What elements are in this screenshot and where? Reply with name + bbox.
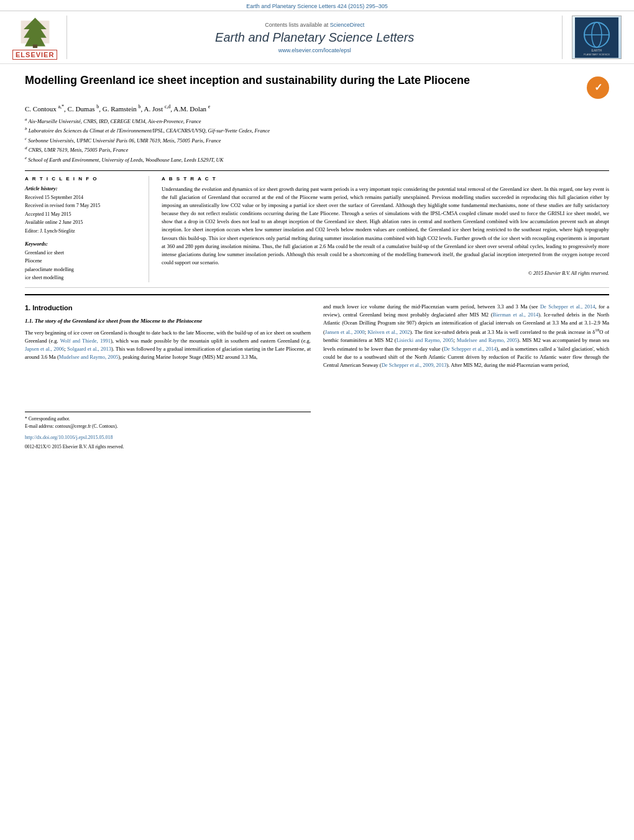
- ref-solgaard[interactable]: Solgaard et al., 2013: [67, 346, 111, 352]
- affiliations: a Aix-Marseille Université, CNRS, IRD, C…: [25, 116, 609, 164]
- svg-text:EARTH: EARTH: [592, 48, 602, 52]
- vertical-divider: [67, 16, 67, 59]
- footer-copyright: 0012-821X/© 2015 Elsevier B.V. All right…: [25, 443, 311, 451]
- article-info-column: A R T I C L E I N F O Article history: R…: [25, 176, 149, 282]
- footer-notes: * Corresponding author. E-mail address: …: [25, 412, 311, 451]
- contents-line: Contents lists available at ScienceDirec…: [76, 22, 553, 28]
- article-dates: Received 15 September 2014 Received in r…: [25, 193, 141, 236]
- body-right-column: and much lower ice volume during the mid…: [323, 303, 609, 451]
- keyword-4: ice sheet modelling: [25, 274, 141, 282]
- received-date: Received 15 September 2014: [25, 193, 141, 202]
- abstract-column: A B S T R A C T Understanding the evolut…: [162, 176, 609, 282]
- ref-bierman[interactable]: Bierman et al., 2014: [493, 312, 539, 318]
- ref-mudelsee[interactable]: Mudelsee and Raymo, 2005: [59, 354, 118, 360]
- journal-logo: EARTH PLANETARY SCIENCE: [572, 16, 622, 59]
- header-center: Contents lists available at ScienceDirec…: [76, 22, 553, 53]
- elsevier-wordmark: ELSEVIER: [12, 50, 57, 60]
- doi-link[interactable]: http://dx.doi.org/10.1016/j.epsl.2015.05…: [25, 435, 113, 440]
- vertical-divider-2: [562, 16, 563, 59]
- corresponding-note: * Corresponding author.: [25, 415, 311, 423]
- ref-deschepper-2014b[interactable]: De Schepper et al., 2014: [444, 346, 497, 352]
- doi-line: http://dx.doi.org/10.1016/j.epsl.2015.05…: [25, 433, 311, 441]
- article-title: Modelling Greenland ice sheet inception …: [25, 73, 587, 88]
- keywords-section: Keywords: Greenland ice sheet Pliocene p…: [25, 241, 141, 282]
- svg-text:PLANETARY SCIENCE: PLANETARY SCIENCE: [584, 53, 610, 56]
- header: ELSEVIER Contents lists available at Sci…: [0, 11, 634, 64]
- ref-lisiecki[interactable]: Lisiecki and Raymo, 2005: [397, 337, 454, 343]
- section-1-heading: 1. Introduction: [25, 303, 311, 313]
- sciencedirect-link[interactable]: ScienceDirect: [330, 22, 365, 28]
- top-bar: Earth and Planetary Science Letters 424 …: [0, 0, 634, 11]
- svg-rect-2: [33, 45, 37, 48]
- body-divider: [25, 294, 609, 295]
- keyword-list: Greenland ice sheet Pliocene palaeoclima…: [25, 249, 141, 282]
- email-note: E-mail address: contoux@cerege.fr (C. Co…: [25, 423, 311, 430]
- keywords-label: Keywords:: [25, 241, 141, 247]
- ref-kleiven[interactable]: Kleiven et al., 2002: [367, 329, 410, 335]
- article-title-container: Modelling Greenland ice sheet inception …: [25, 73, 609, 99]
- abstract-text: Understanding the evolution and dynamics…: [162, 185, 609, 267]
- journal-logo-icon: EARTH PLANETARY SCIENCE: [575, 17, 618, 58]
- affiliation-d: d CNRS, UMR 7619, Metis, 75005 Paris, Fr…: [25, 145, 609, 154]
- body-paragraph-right: and much lower ice volume during the mid…: [323, 303, 609, 369]
- ref-jansen[interactable]: Jansen et al., 2000: [325, 329, 365, 335]
- revised-date: Received in revised form 7 May 2015: [25, 201, 141, 210]
- journal-reference: Earth and Planetary Science Letters 424 …: [246, 3, 388, 9]
- accepted-date: Accepted 11 May 2015: [25, 210, 141, 219]
- page: Earth and Planetary Science Letters 424 …: [0, 0, 634, 840]
- editor-line: Editor: J. Lynch-Stieglitz: [25, 227, 141, 236]
- body-left-column: 1. Introduction 1.1. The story of the Gr…: [25, 303, 311, 451]
- footer-note: * Corresponding author. E-mail address: …: [25, 412, 311, 430]
- ref-japsen[interactable]: Japsen et al., 2006: [25, 346, 64, 352]
- article-info-title: A R T I C L E I N F O: [25, 176, 141, 182]
- keyword-3: palaeoclimate modelling: [25, 265, 141, 274]
- copyright-line: © 2015 Elsevier B.V. All rights reserved…: [162, 270, 609, 276]
- affiliation-e: e School of Earth and Environment, Unive…: [25, 155, 609, 164]
- ref-deschepper-2009[interactable]: De Schepper et al., 2009, 2013: [382, 362, 447, 368]
- elsevier-tree-icon: [18, 15, 52, 49]
- main-content: Modelling Greenland ice sheet inception …: [0, 64, 634, 457]
- keyword-1: Greenland ice sheet: [25, 249, 141, 257]
- abstract-title: A B S T R A C T: [162, 176, 609, 182]
- body-text: 1. Introduction 1.1. The story of the Gr…: [25, 303, 609, 451]
- journal-url[interactable]: www.elsevier.com/locate/epsl: [76, 47, 553, 53]
- ref-mudelsee-raymo[interactable]: Mudelsee and Raymo, 2005: [457, 337, 518, 343]
- ref-wolf-thiede[interactable]: Wolf and Thiede, 1991: [60, 338, 111, 344]
- article-history-label: Article history:: [25, 185, 141, 192]
- subsection-1-heading: 1.1. The story of the Greenland ice shee…: [25, 317, 311, 326]
- crossmark-badge: ✓: [587, 76, 609, 99]
- authors-line: C. Contoux a,*, C. Dumas b, G. Ramstein …: [25, 104, 609, 113]
- info-abstract-section: A R T I C L E I N F O Article history: R…: [25, 170, 609, 288]
- elsevier-logo: ELSEVIER: [12, 15, 57, 60]
- keyword-2: Pliocene: [25, 257, 141, 265]
- journal-title: Earth and Planetary Science Letters: [76, 30, 553, 45]
- body-paragraph-left: The very beginning of ice cover on Green…: [25, 329, 311, 362]
- online-date: Available online 2 June 2015: [25, 218, 141, 227]
- ref-deschepper-2014[interactable]: De Schepper et al., 2014: [540, 303, 595, 310]
- affiliation-a: a Aix-Marseille Université, CNRS, IRD, C…: [25, 116, 609, 126]
- affiliation-c: c Sorbonne Universités, UPMC Université …: [25, 136, 609, 145]
- affiliation-b: b Laboratoire des Sciences du Climat et …: [25, 126, 609, 135]
